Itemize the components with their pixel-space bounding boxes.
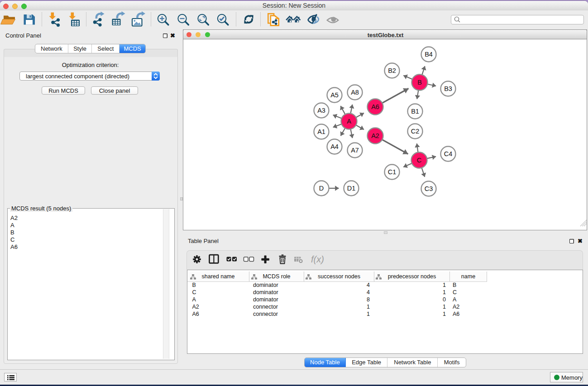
svg-text:C: C: [417, 157, 421, 164]
svg-text:C3: C3: [425, 185, 433, 192]
svg-text:A1: A1: [317, 128, 325, 135]
svg-text:A4: A4: [330, 143, 339, 150]
svg-text:C1: C1: [388, 168, 397, 176]
svg-text:D: D: [319, 185, 324, 192]
svg-text:B2: B2: [388, 67, 396, 74]
svg-text:B4: B4: [425, 51, 433, 58]
svg-text:A: A: [347, 118, 351, 125]
svg-text:A3: A3: [317, 107, 325, 114]
svg-text:f(x): f(x): [311, 254, 324, 264]
svg-text:A2: A2: [371, 132, 379, 139]
svg-text:A7: A7: [351, 147, 359, 154]
svg-text:A8: A8: [351, 89, 359, 96]
svg-text:A6: A6: [371, 103, 379, 110]
svg-text:A5: A5: [330, 91, 339, 99]
svg-text:C2: C2: [411, 128, 420, 135]
svg-text:B1: B1: [411, 108, 419, 115]
svg-text:C4: C4: [444, 150, 453, 157]
svg-text:D1: D1: [347, 185, 356, 192]
svg-text:B: B: [417, 79, 422, 86]
svg-text:B3: B3: [444, 85, 452, 92]
